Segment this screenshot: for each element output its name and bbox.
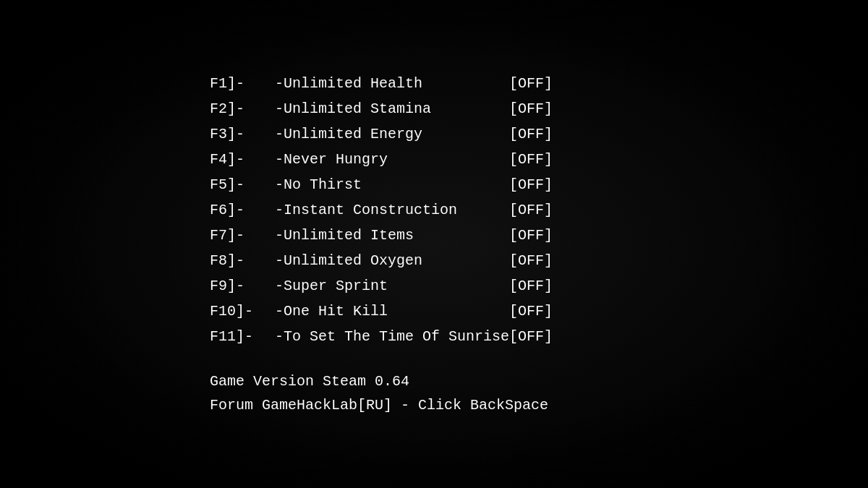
cheat-status: [OFF] [509,248,658,273]
cheat-row: F8]--Unlimited Oxygen[OFF] [210,248,658,273]
cheat-row: F2]--Unlimited Stamina[OFF] [210,96,658,121]
cheat-status: [OFF] [509,71,658,96]
cheat-row: F4]--Never Hungry[OFF] [210,147,658,172]
cheat-status: [OFF] [509,299,658,324]
cheat-name: -Never Hungry [275,147,509,172]
cheat-status: [OFF] [509,223,658,248]
cheat-row: F10]--One Hit Kill[OFF] [210,299,658,324]
cheat-key: F10]- [210,299,275,324]
cheat-name: -No Thirst [275,172,509,197]
cheat-key: F1]- [210,71,275,96]
cheat-name: -Unlimited Stamina [275,96,509,121]
cheat-status: [OFF] [509,96,658,121]
forum-line: Forum GameHackLab[RU] - Click BackSpace [210,393,658,417]
cheat-key: F7]- [210,223,275,248]
cheat-name: -Super Sprint [275,273,509,299]
cheat-menu: F1]--Unlimited Health[OFF]F2]--Unlimited… [181,56,687,432]
footer-section: Game Version Steam 0.64 Forum GameHackLa… [210,369,658,417]
cheat-status: [OFF] [509,121,658,147]
cheat-row: F9]--Super Sprint[OFF] [210,273,658,299]
cheat-row: F11]--To Set The Time Of Sunrise[OFF] [210,324,658,349]
version-line: Game Version Steam 0.64 [210,369,658,393]
cheat-key: F4]- [210,147,275,172]
cheat-key: F3]- [210,121,275,147]
cheat-name: -Unlimited Energy [275,121,509,147]
cheat-key: F2]- [210,96,275,121]
cheat-status: [OFF] [509,197,658,223]
cheat-row: F7]--Unlimited Items[OFF] [210,223,658,248]
cheat-key: F6]- [210,197,275,223]
cheat-row: F6]--Instant Construction[OFF] [210,197,658,223]
cheat-name: -One Hit Kill [275,299,509,324]
cheat-key: F5]- [210,172,275,197]
cheat-name: -Unlimited Items [275,223,509,248]
cheat-row: F1]--Unlimited Health[OFF] [210,71,658,96]
cheat-status: [OFF] [509,273,658,299]
cheat-key: F9]- [210,273,275,299]
cheat-key: F8]- [210,248,275,273]
cheat-key: F11]- [210,324,275,349]
cheat-table: F1]--Unlimited Health[OFF]F2]--Unlimited… [210,71,658,349]
cheat-row: F5]--No Thirst[OFF] [210,172,658,197]
cheat-name: -Unlimited Health [275,71,509,96]
cheat-name: -To Set The Time Of Sunrise [275,324,509,349]
cheat-name: -Unlimited Oxygen [275,248,509,273]
screen: F1]--Unlimited Health[OFF]F2]--Unlimited… [0,0,868,488]
cheat-row: F3]--Unlimited Energy[OFF] [210,121,658,147]
cheat-status: [OFF] [509,172,658,197]
cheat-status: [OFF] [509,324,658,349]
cheat-name: -Instant Construction [275,197,509,223]
cheat-status: [OFF] [509,147,658,172]
